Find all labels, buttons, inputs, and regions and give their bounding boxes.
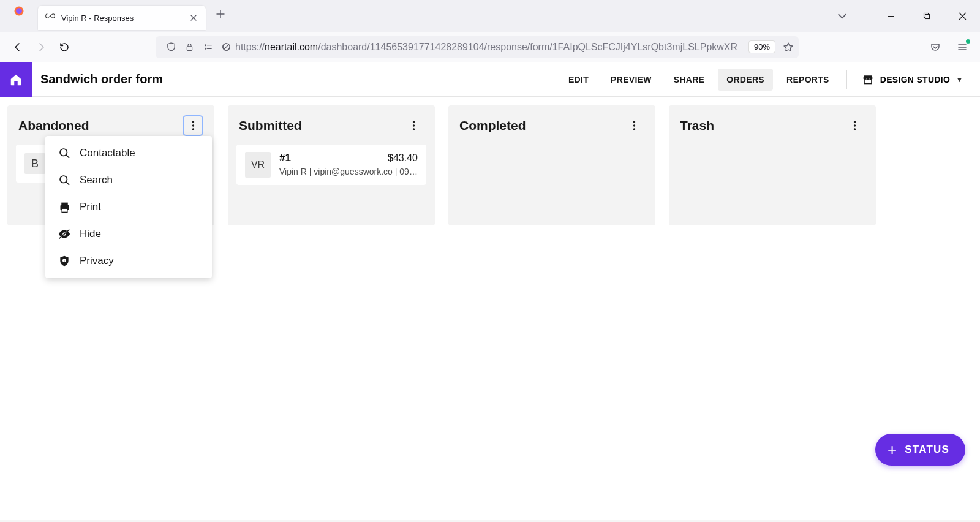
menu-privacy[interactable]: i Privacy xyxy=(45,248,212,274)
nav-share[interactable]: SHARE xyxy=(665,69,714,91)
nav-reports[interactable]: REPORTS xyxy=(778,69,838,91)
avatar: B xyxy=(24,153,45,174)
menu-button[interactable] xyxy=(951,37,974,58)
column-submitted: Submitted VR #1 $43.40 Vipin R | vipin@g… xyxy=(228,105,435,225)
svg-point-22 xyxy=(412,124,414,126)
url-text: https://neartail.com/dashboard/114565391… xyxy=(235,42,748,53)
window-controls xyxy=(828,0,980,32)
search-icon xyxy=(58,173,71,187)
order-subtitle: Vipin R | vipin@guesswork.co | 09… xyxy=(279,167,418,176)
column-title: Submitted xyxy=(239,118,302,133)
column-title: Trash xyxy=(680,118,714,133)
svg-point-12 xyxy=(192,128,194,130)
menu-hide[interactable]: Hide xyxy=(45,221,212,248)
svg-point-21 xyxy=(412,121,414,123)
menu-print[interactable]: Print xyxy=(45,194,212,221)
svg-rect-5 xyxy=(187,47,192,51)
column-menu-button[interactable] xyxy=(403,115,424,136)
caret-down-icon: ▼ xyxy=(956,76,963,83)
svg-point-26 xyxy=(633,128,635,130)
column-trash: Trash xyxy=(669,105,876,225)
reload-button[interactable] xyxy=(53,37,76,58)
column-menu-button[interactable] xyxy=(844,115,865,136)
svg-rect-4 xyxy=(925,15,930,19)
lock-icon[interactable] xyxy=(184,42,195,53)
blocked-icon[interactable] xyxy=(221,42,232,53)
order-amount: $43.40 xyxy=(388,153,418,164)
column-title: Abandoned xyxy=(18,118,89,133)
tab-title: Vipin R - Responses xyxy=(61,13,189,23)
avatar: VR xyxy=(245,152,271,178)
maximize-button[interactable] xyxy=(909,0,944,32)
url-bar[interactable]: https://neartail.com/dashboard/114565391… xyxy=(156,36,799,58)
menu-search[interactable]: Search xyxy=(45,167,212,194)
shield-icon[interactable] xyxy=(165,42,176,53)
column-menu-button[interactable] xyxy=(183,115,203,136)
svg-rect-9 xyxy=(864,80,872,84)
plus-icon: + xyxy=(888,442,897,458)
back-button[interactable] xyxy=(6,37,29,58)
new-tab-button[interactable] xyxy=(211,4,230,24)
privacy-shield-icon: i xyxy=(58,254,71,268)
studio-label: DESIGN STUDIO xyxy=(880,75,950,85)
svg-point-29 xyxy=(853,128,855,130)
print-icon xyxy=(58,200,71,214)
browser-toolbar: https://neartail.com/dashboard/114565391… xyxy=(0,32,980,62)
nav-preview[interactable]: PREVIEW xyxy=(602,69,660,91)
home-button[interactable] xyxy=(0,62,32,97)
column-title: Completed xyxy=(459,118,526,133)
svg-rect-15 xyxy=(61,202,68,205)
window-close-button[interactable] xyxy=(944,0,980,32)
order-card[interactable]: VR #1 $43.40 Vipin R | vipin@guesswork.c… xyxy=(236,145,426,185)
status-fab[interactable]: + STATUS xyxy=(875,434,965,466)
firefox-logo-icon xyxy=(13,6,24,17)
menu-label: Print xyxy=(80,201,101,213)
app-topbar: Sandwich order form EDIT PREVIEW SHARE O… xyxy=(0,62,980,97)
svg-point-11 xyxy=(192,124,194,126)
nav-orders[interactable]: ORDERS xyxy=(718,69,773,91)
bookmark-star-icon[interactable] xyxy=(783,42,794,53)
search-icon xyxy=(58,146,71,160)
svg-rect-2 xyxy=(888,16,894,17)
permissions-icon[interactable] xyxy=(202,42,213,53)
menu-label: Contactable xyxy=(80,147,135,159)
svg-rect-17 xyxy=(62,208,67,212)
page-title: Sandwich order form xyxy=(40,72,163,86)
nav-edit[interactable]: EDIT xyxy=(560,69,597,91)
column-menu-button[interactable] xyxy=(624,115,644,136)
svg-point-10 xyxy=(192,121,194,123)
all-tabs-button[interactable] xyxy=(828,11,856,21)
browser-titlebar: Vipin R - Responses xyxy=(0,0,980,32)
svg-point-23 xyxy=(412,128,414,130)
svg-point-24 xyxy=(633,121,635,123)
svg-point-1 xyxy=(16,8,22,14)
column-completed: Completed xyxy=(448,105,655,225)
nav-divider xyxy=(846,70,847,89)
pocket-button[interactable] xyxy=(924,37,947,58)
forward-button[interactable] xyxy=(29,37,53,58)
svg-point-28 xyxy=(853,124,855,126)
minimize-button[interactable] xyxy=(873,0,909,32)
infinity-icon xyxy=(45,13,55,23)
menu-contactable[interactable]: Contactable xyxy=(45,140,212,167)
storefront-icon xyxy=(862,74,874,86)
svg-point-27 xyxy=(853,121,855,123)
menu-label: Search xyxy=(80,174,113,186)
bottom-border xyxy=(0,520,980,522)
column-menu-popover: Contactable Search Print Hide xyxy=(45,136,212,278)
svg-point-25 xyxy=(633,124,635,126)
kanban-board: Abandoned B Contactable Search xyxy=(0,97,980,234)
order-id: #1 xyxy=(279,152,291,164)
column-abandoned: Abandoned B Contactable Search xyxy=(7,105,214,225)
studio-switcher[interactable]: DESIGN STUDIO ▼ xyxy=(856,70,969,89)
eye-off-icon xyxy=(58,227,71,241)
close-icon[interactable] xyxy=(189,13,198,23)
app-nav: EDIT PREVIEW SHARE ORDERS REPORTS DESIGN… xyxy=(560,69,980,91)
menu-label: Hide xyxy=(80,228,101,240)
svg-point-7 xyxy=(205,48,206,50)
menu-label: Privacy xyxy=(80,255,114,267)
fab-label: STATUS xyxy=(905,444,949,456)
browser-tab[interactable]: Vipin R - Responses xyxy=(38,6,206,30)
zoom-level[interactable]: 90% xyxy=(748,40,775,53)
notification-dot-icon xyxy=(966,39,970,44)
